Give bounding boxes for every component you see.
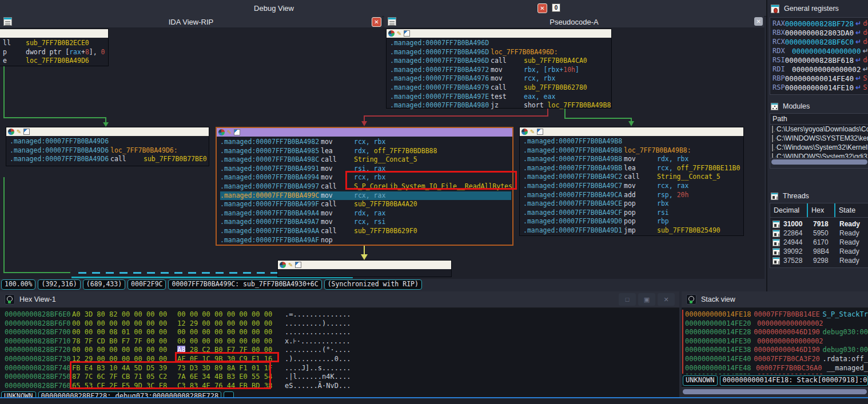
block-title[interactable]: ✎	[6, 127, 209, 136]
pie-chart-icon[interactable]	[8, 129, 14, 135]
asm-line[interactable]: .managed:00007FF7B0BA4976movrcx, rbx	[390, 74, 611, 83]
chart-icon[interactable]	[295, 262, 301, 268]
hex-ascii[interactable]: .........)......	[285, 319, 351, 329]
column-decimal[interactable]: Decimal	[770, 203, 808, 217]
block-title[interactable]: ✎	[217, 128, 512, 137]
hex-row[interactable]: 00000000828BF70000 00 00 08 01 00 00 000…	[0, 328, 679, 337]
asm-line[interactable]: .managed:00007FF7B0BA499Fcallsub_7FF7B0B…	[220, 200, 512, 209]
hex-row[interactable]: 00000000828BF6F000 00 00 00 00 00 00 001…	[0, 319, 679, 329]
restore-icon[interactable]: ▣	[638, 293, 655, 306]
asm-line[interactable]: .managed:00007FF7B0BA49BBlearcx, off_7FF…	[523, 164, 743, 173]
pencil-icon[interactable]: ✎	[397, 31, 401, 37]
stack-value[interactable]: 0000000000000002	[757, 319, 829, 329]
asm-line[interactable]: .managed:00007FF7B0BA4991movrsi, rax	[220, 165, 512, 174]
follow-arrow-icon[interactable]: ↵	[855, 19, 861, 27]
pie-chart-icon[interactable]	[521, 129, 528, 135]
asm-line[interactable]: .managed:00007FF7B0BA496D	[390, 39, 611, 48]
thread-row[interactable]: 310007918Ready	[770, 219, 868, 229]
threads-column-headers[interactable]: Decimal Hex State	[770, 203, 868, 218]
thread-row[interactable]: 375289298Ready	[770, 256, 868, 265]
hex-bytes-group2[interactable]: 00 00 00 00 00 00 00 00	[177, 337, 273, 346]
tab-ida-view-rip[interactable]: IDA View-RIP	[0, 16, 382, 27]
pie-chart-icon[interactable]	[280, 262, 286, 268]
scrollbar-thumb[interactable]	[771, 159, 867, 165]
column-hex[interactable]: Hex	[808, 203, 835, 217]
stack-row[interactable]: 000000000014FE4000007FF7B0CA3F20.rdata:o…	[682, 355, 868, 364]
hex-bytes-group2[interactable]: A8 28 C2 B0 F7 7F 00 00	[177, 346, 273, 355]
follow-arrow-icon[interactable]: ↵	[855, 83, 861, 91]
module-row[interactable]: C:\WINDOWS\System32\gdi32	[770, 152, 868, 158]
asm-line[interactable]: .managed:00007FF7B0BA499Cmovrcx, rax	[220, 191, 511, 201]
asm-line[interactable]: .managed:00007FF7B0BA496Dcallsub_7FF7B0B…	[390, 57, 611, 66]
hex-bytes-group2[interactable]: 00 00 00 00 00 00 00 00	[177, 328, 273, 337]
thread-row[interactable]: 228645950Ready	[770, 229, 868, 238]
register-row[interactable]: RSP000000000014FE10↵St	[770, 83, 868, 92]
asm-line[interactable]: .managed:00007FF7B0BA49CEpoprbx	[523, 199, 743, 209]
hex-row[interactable]: 00000000828BF740FB E4 B3 10 4A 5D D5 397…	[0, 364, 679, 373]
asm-line[interactable]: .managed:00007FF7B0BA49B8	[523, 137, 743, 146]
hex-bytes-group1[interactable]: 00 00 00 08 01 00 00 00	[72, 328, 168, 337]
close-icon[interactable]: ✕	[754, 17, 763, 26]
stack-value[interactable]: 00007FF7B0CA3F20	[754, 355, 822, 364]
asm-line[interactable]: .managed:00007FF7B0BA49A7movrcx, rsi	[220, 218, 512, 227]
graph-view[interactable]: llsub_7FF7B0B2ECE0pdword ptr [rax+8], 0e…	[0, 27, 765, 279]
stack-value[interactable]: 000000000046D190	[754, 346, 822, 355]
stack-row[interactable]: 000000000014FE4800007FF7B0BC36A0__manage…	[682, 364, 868, 373]
asm-line[interactable]: .managed:00007FF7B0BA4985leardx, off_7FF…	[220, 147, 512, 156]
pie-chart-icon[interactable]	[218, 129, 225, 135]
asm-line[interactable]: .managed:00007FF7B0BA49B8loc_7FF7B0BA49B…	[523, 146, 743, 155]
hex-bytes-group1[interactable]: 65 53 CF 2F F5 9D 3C F8	[72, 382, 168, 391]
register-row[interactable]: RBP000000000014FE40↵St	[770, 74, 868, 83]
hex-ascii[interactable]: x.⊦·............	[285, 337, 351, 346]
hex-ascii[interactable]: .|l......n4K....	[285, 373, 351, 382]
hex-bytes-group2[interactable]: 12 29 00 00 00 00 00 00	[177, 319, 273, 329]
stack-row[interactable]: 000000000014FE28000000000046D190debug030…	[682, 328, 868, 337]
asm-line[interactable]: pdword ptr [rax+8], 0	[3, 48, 108, 57]
asm-line[interactable]: .managed:00007FF7B0BA49AAcallsub_7FF7B0B…	[220, 227, 512, 236]
asm-line[interactable]: .managed:00007FF7B0BA49CFpoprsi	[523, 209, 743, 218]
register-value[interactable]: 0000000040000000	[792, 47, 861, 55]
stack-value[interactable]: 0000000000000000	[757, 373, 829, 374]
local-types-icon[interactable]	[552, 3, 560, 12]
hex-bytes-group2[interactable]: AF 0E 1C 9B 30 C9 F1 16	[177, 355, 273, 364]
column-state[interactable]: State	[835, 206, 855, 214]
hex-bytes-group1[interactable]: A0 3D 80 82 00 00 00 00	[72, 310, 168, 319]
asm-line[interactable]: .managed:00007FF7B0BA49D1jmpsub_7FF7B0B2…	[523, 226, 743, 235]
asm-line[interactable]: .managed:00007FF7B0BA4979callsub_7FF7B0B…	[390, 83, 611, 93]
stack-value[interactable]: 0000000000000002	[757, 337, 829, 346]
asm-line[interactable]: .managed:00007FF7B0BA49C2callString__Con…	[523, 173, 743, 182]
asm-line[interactable]: .managed:00007FF7B0BA49AFnop	[220, 236, 512, 245]
hex-row[interactable]: 00000000828BF71078 7F CD B0 F7 7F 00 000…	[0, 337, 679, 346]
hex-ascii[interactable]: eS......Ã·NvD...	[285, 382, 351, 391]
hex-bytes-group1[interactable]: 87 7C 6C 7F CB 71 05 C2	[72, 373, 168, 382]
hex-ascii[interactable]: .=..............	[285, 310, 351, 319]
asm-line[interactable]: .managed:00007FF7B0BA4997callS_P_CoreLib…	[220, 182, 512, 191]
hex-bytes-group1[interactable]: 00 00 00 00 00 00 00 00	[72, 319, 168, 329]
hex-bytes-group2[interactable]: C3 83 4E 76 44 EB BD 38	[177, 382, 273, 391]
modules-column-path[interactable]: Path	[770, 114, 868, 125]
hex-ascii[interactable]: .........(°·....	[285, 346, 351, 355]
block-title[interactable]: ✎	[278, 261, 451, 269]
asm-line[interactable]: .managed:00007FF7B0BA49D6loc_7FF7B0BA49D…	[10, 146, 209, 155]
modules-hscrollbar[interactable]	[770, 158, 868, 168]
modules-header[interactable]: Modules	[767, 99, 868, 113]
follow-arrow-icon[interactable]: ↵	[862, 47, 868, 55]
stack-view-titlebar[interactable]: Stack view	[682, 291, 868, 308]
hex-ascii[interactable]: ....J]..s.......	[285, 364, 351, 373]
follow-arrow-icon[interactable]: ↵	[855, 29, 861, 37]
pencil-icon[interactable]: ✎	[227, 130, 232, 135]
hex-bytes-group1[interactable]: FB E4 B3 10 4A 5D D5 39	[72, 364, 168, 373]
scrollbar-thumb[interactable]	[683, 389, 867, 394]
basic-block-clipped[interactable]: ✎	[277, 260, 452, 277]
stack-value[interactable]: 00007FF7B0BC36A0	[756, 364, 827, 373]
follow-arrow-icon[interactable]: ↵	[855, 74, 861, 82]
asm-line[interactable]: .managed:00007FF7B0BA497Etesteax, eax	[390, 93, 611, 102]
register-value[interactable]: 000000000014FE40	[785, 74, 854, 83]
module-row[interactable]: C:\Users\yoyoa\Downloads\Co	[770, 125, 868, 134]
register-value[interactable]: 0000000082803DA0	[785, 29, 854, 37]
asm-line[interactable]: llsub_7FF7B0B2ECE0	[3, 39, 108, 48]
registers-box[interactable]: RAX00000000828BF728↵deRBX0000000082803DA…	[770, 17, 868, 95]
hex-bytes-group2[interactable]: 7A 6E 34 4B B3 E0 55 54	[177, 373, 273, 382]
hex-bytes-group2[interactable]: 73 D3 3D 89 8A F1 01 1F	[177, 364, 273, 373]
asm-line[interactable]: .managed:00007FF7B0BA49B8movrdx, rbx	[523, 155, 743, 164]
